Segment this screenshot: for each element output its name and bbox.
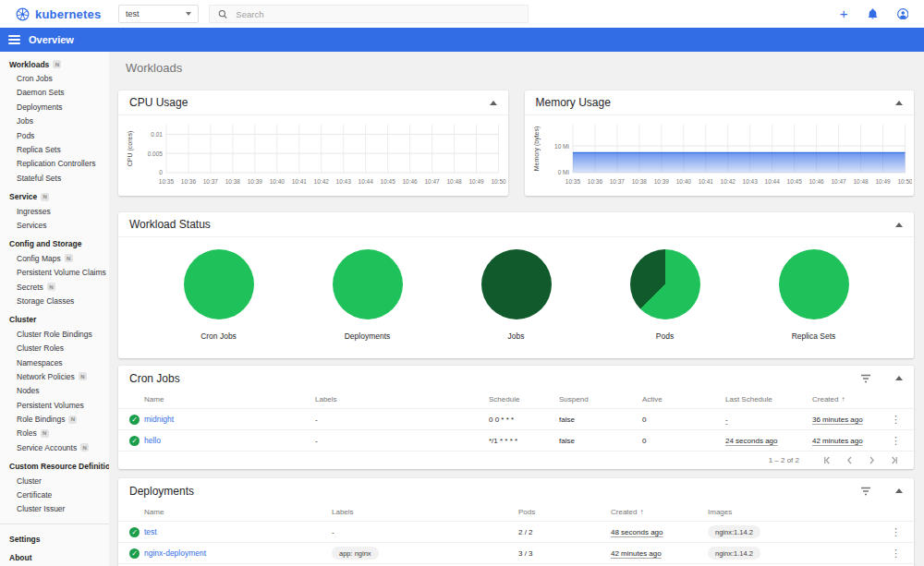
sidebar-item-role-bindings[interactable]: Role BindingsN — [0, 412, 109, 426]
sidebar-item-namespaces[interactable]: Namespaces — [0, 355, 109, 369]
sidebar-item-cluster-roles[interactable]: Cluster Roles — [0, 341, 109, 355]
next-page-button[interactable] — [860, 455, 882, 465]
namespace-select[interactable]: test — [118, 5, 199, 23]
sidebar-item-label: Services — [17, 221, 47, 230]
menu-button[interactable] — [8, 35, 20, 44]
resource-link[interactable]: midnight — [144, 415, 315, 424]
sidebar-item-label: Persistent Volume Claims — [17, 268, 106, 277]
column-header-labels[interactable]: Labels — [315, 395, 489, 403]
prev-page-button[interactable] — [838, 455, 860, 465]
column-header-last-schedule[interactable]: Last Schedule — [725, 395, 812, 403]
namespaced-badge: N — [47, 283, 55, 291]
sidebar-item-secrets[interactable]: SecretsN — [0, 280, 109, 294]
toolbar-title: Overview — [29, 34, 74, 45]
sidebar-item-about[interactable]: About — [0, 551, 109, 565]
collapse-button[interactable] — [490, 101, 497, 105]
sidebar-item-custom-resource-definitions[interactable]: Custom Resource Definitions — [0, 460, 109, 474]
column-header-suspend[interactable]: Suspend — [559, 395, 642, 403]
last-page-button[interactable] — [882, 455, 905, 465]
account-icon — [897, 8, 909, 20]
column-header-pods[interactable]: Pods — [518, 508, 611, 516]
column-header-labels[interactable]: Labels — [332, 508, 518, 516]
collapse-button[interactable] — [895, 223, 903, 227]
sidebar-item-service-accounts[interactable]: Service AccountsN — [0, 440, 109, 454]
kubernetes-logo[interactable]: kubernetes — [0, 7, 109, 21]
sidebar-item-ingresses[interactable]: Ingresses — [0, 204, 109, 218]
sidebar-item-persistent-volumes[interactable]: Persistent Volumes — [0, 398, 109, 412]
filter-button[interactable] — [860, 487, 871, 496]
column-header-active[interactable]: Active — [642, 395, 725, 403]
sidebar-item-service[interactable]: ServiceN — [0, 190, 109, 204]
pie-chart-replica-sets — [779, 249, 849, 319]
sidebar-item-cluster[interactable]: Cluster — [0, 313, 109, 327]
cell-pods: 3 / 3 — [518, 549, 611, 558]
sidebar-item-services[interactable]: Services — [0, 218, 109, 232]
sidebar-item-daemon-sets[interactable]: Daemon Sets — [0, 86, 109, 100]
resource-link[interactable]: nginx-deployment — [144, 548, 332, 558]
sidebar-item-label: Cluster Roles — [17, 343, 64, 353]
deployments-card: Deployments NameLabelsPodsCreated↑Images… — [118, 478, 914, 566]
sidebar-item-pods[interactable]: Pods — [0, 128, 109, 142]
create-resource-button[interactable]: + — [840, 8, 848, 19]
sidebar-item-config-and-storage[interactable]: Config and Storage — [0, 237, 109, 251]
sidebar-item-network-policies[interactable]: Network PoliciesN — [0, 369, 109, 383]
sidebar-item-deployments[interactable]: Deployments — [0, 100, 109, 114]
cpu-usage-chart: 10:3510:3610:3710:3810:3910:4010:4110:42… — [118, 115, 508, 196]
column-header-images[interactable]: Images — [708, 508, 870, 516]
last-page-icon — [889, 455, 899, 465]
notifications-button[interactable] — [868, 8, 878, 19]
svg-text:CPU (cores): CPU (cores) — [127, 131, 134, 166]
sidebar-item-jobs[interactable]: Jobs — [0, 114, 109, 128]
svg-text:0.01: 0.01 — [151, 131, 163, 138]
sidebar-item-stateful-sets[interactable]: Stateful Sets — [0, 171, 109, 185]
cell-schedule: 0 0 * * * — [489, 415, 559, 424]
sidebar-item-label: Network Policies — [17, 372, 75, 381]
sidebar-item-roles[interactable]: RolesN — [0, 427, 109, 440]
table-row-test: ✓test-2 / 248 seconds agonginx:1.14.2⋮ — [118, 522, 914, 543]
resource-link[interactable]: test — [144, 527, 332, 536]
column-header-schedule[interactable]: Schedule — [489, 395, 559, 403]
sidebar-item-cron-jobs[interactable]: Cron Jobs — [0, 71, 109, 85]
sidebar-item-replication-controllers[interactable]: Replication Controllers — [0, 157, 109, 171]
cell-last-schedule: 24 seconds ago — [725, 437, 812, 445]
memory-usage-card: Memory Usage 10:3510:3610:3710:3810:3910… — [525, 90, 915, 196]
sidebar-item-storage-classes[interactable]: Storage Classes — [0, 294, 109, 307]
first-page-button[interactable] — [816, 455, 838, 465]
column-header-created[interactable]: Created↑ — [812, 395, 869, 403]
row-menu-button[interactable]: ⋮ — [891, 548, 903, 560]
svg-text:10:50: 10:50 — [491, 178, 505, 185]
collapse-button[interactable] — [895, 488, 903, 493]
column-header-name[interactable]: Name — [144, 395, 315, 403]
search-input[interactable] — [236, 9, 519, 19]
sidebar-item-cluster-role-bindings[interactable]: Cluster Role Bindings — [0, 327, 109, 341]
pie-label: Deployments — [345, 331, 391, 341]
svg-text:10:49: 10:49 — [875, 178, 891, 185]
sidebar-item-persistent-volume-claims[interactable]: Persistent Volume ClaimsN — [0, 265, 109, 279]
filter-icon — [860, 487, 871, 496]
sidebar-item-certificate[interactable]: Certificate — [0, 488, 109, 501]
resource-link[interactable]: hello — [144, 436, 315, 445]
collapse-button[interactable] — [895, 101, 903, 105]
account-button[interactable] — [897, 8, 909, 20]
svg-text:10:35: 10:35 — [159, 178, 175, 185]
svg-text:10:43: 10:43 — [742, 178, 758, 185]
row-menu-button[interactable]: ⋮ — [891, 414, 903, 426]
column-header-created[interactable]: Created↑ — [611, 508, 708, 516]
sidebar-item-cluster-issuer[interactable]: Cluster Issuer — [0, 502, 109, 516]
row-status: ✓ — [129, 436, 144, 446]
sidebar-item-cluster[interactable]: Cluster — [0, 474, 109, 488]
kubernetes-wheel-icon — [16, 7, 30, 21]
sidebar-item-nodes[interactable]: Nodes — [0, 384, 109, 398]
filter-button[interactable] — [860, 374, 871, 383]
row-menu-button[interactable]: ⋮ — [891, 526, 903, 538]
sidebar-item-replica-sets[interactable]: Replica Sets — [0, 142, 109, 156]
deployments-title: Deployments — [129, 485, 194, 498]
sidebar-item-label: Persistent Volumes — [17, 401, 84, 410]
sidebar-item-settings[interactable]: Settings — [0, 532, 109, 546]
collapse-button[interactable] — [895, 376, 903, 380]
sidebar-item-workloads[interactable]: WorkloadsN — [0, 57, 109, 71]
sidebar-item-label: Namespaces — [17, 358, 63, 367]
sidebar-item-config-maps[interactable]: Config MapsN — [0, 251, 109, 265]
column-header-name[interactable]: Name — [144, 508, 332, 516]
row-menu-button[interactable]: ⋮ — [891, 435, 903, 447]
